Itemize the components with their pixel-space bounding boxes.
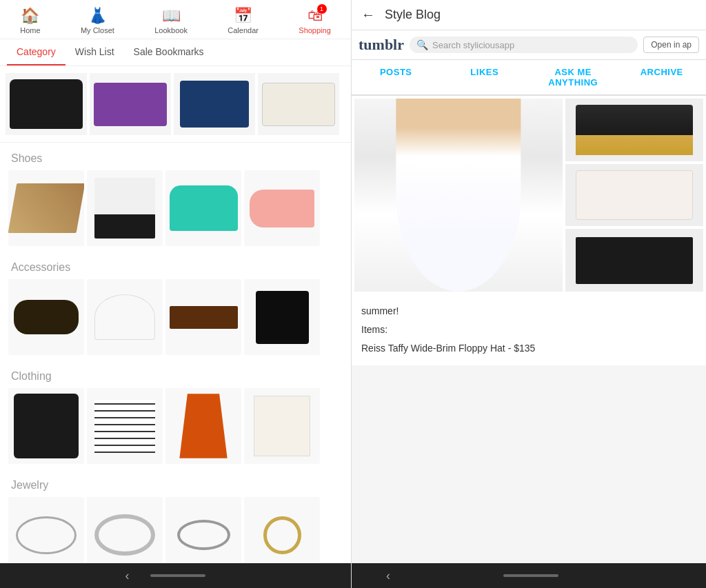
nav-lookbook[interactable]: 📖 Lookbook (149, 6, 193, 36)
nav-closet-label: My Closet (81, 26, 114, 34)
model-white-dress-image (354, 99, 563, 292)
page-title: Style Blog (385, 8, 441, 22)
tumblr-bar: tumblr 🔍 Search styliciousapp Open in ap (352, 30, 706, 60)
dress-image (177, 394, 230, 458)
jacket-image (14, 394, 79, 458)
sunglasses-card[interactable] (8, 279, 84, 355)
open-in-app-button[interactable]: Open in ap (643, 37, 699, 53)
shoes-section: Shoes (0, 143, 351, 252)
shoe-heel-card[interactable] (87, 170, 163, 246)
tab-posts[interactable]: POSTS (352, 60, 441, 94)
tumblr-tabs: POSTS LIKES ASK ME ANYTHING ARCHIVE (352, 60, 706, 96)
nav-lookbook-label: Lookbook (154, 26, 188, 34)
shopping-icon: 🛍 (307, 7, 323, 25)
tab-ask[interactable]: ASK ME ANYTHING (529, 60, 618, 94)
closet-icon: 👗 (88, 7, 107, 25)
left-panel: 🏠 Home 👗 My Closet 📖 Lookbook 📅 Calendar… (0, 0, 352, 588)
bag-blue-image (180, 81, 249, 128)
bag-purple-item[interactable] (90, 73, 171, 135)
flat-image (250, 190, 314, 227)
gloves-card[interactable] (244, 279, 320, 355)
hat-blog-shape (576, 105, 693, 155)
shoes-grid (6, 170, 345, 252)
accessories-title: Accessories (6, 252, 345, 279)
tab-likes[interactable]: LIKES (441, 60, 530, 94)
blog-caption-line3: Reiss Taffy Wide-Brim Floppy Hat - $135 (361, 341, 696, 356)
style-blog-header: ← Style Blog (352, 0, 706, 30)
necklace2-card[interactable] (87, 497, 163, 563)
jewelry-title: Jewelry (6, 469, 345, 497)
bracelet-image (177, 520, 230, 550)
sneaker-image (170, 185, 238, 231)
category-tabs: Category Wish List Sale Bookmarks (0, 39, 351, 66)
dress-card[interactable] (165, 388, 241, 464)
necklace2-image (94, 514, 155, 556)
model-image (354, 99, 563, 292)
calendar-icon: 📅 (234, 7, 252, 25)
ring-image (263, 516, 301, 554)
bottom-back-right[interactable]: ‹ (365, 569, 411, 583)
sandal-image (8, 183, 84, 233)
jewelry-section: Jewelry (0, 469, 351, 563)
sunglasses-image (14, 300, 79, 334)
blog-caption: summer! Items: Reiss Taffy Wide-Brim Flo… (352, 294, 706, 365)
belt-image (170, 306, 238, 329)
tab-category[interactable]: Category (7, 39, 65, 65)
right-panel: ← Style Blog tumblr 🔍 Search styliciousa… (352, 0, 706, 588)
tumblr-search-box[interactable]: 🔍 Search styliciousapp (410, 37, 638, 53)
shoe-sandal-card[interactable] (8, 170, 84, 246)
blog-caption-line1: summer! (361, 304, 696, 318)
ring-card[interactable] (244, 497, 320, 563)
clothing-title: Clothing (6, 361, 345, 388)
lookbook-icon: 📖 (162, 7, 181, 25)
bag-blog-image (565, 164, 703, 227)
top-image (254, 396, 311, 456)
hat-blog-image (565, 99, 703, 161)
search-placeholder-text: Search styliciousapp (432, 40, 514, 50)
tab-sale[interactable]: Sale Bookmarks (124, 39, 214, 65)
sandals-blog-image (565, 229, 703, 292)
jewelry-grid (6, 497, 345, 563)
bottom-bar-right: ‹ (352, 563, 706, 588)
tab-wishlist[interactable]: Wish List (65, 39, 124, 65)
collage-right-column (565, 99, 703, 292)
tumblr-logo: tumblr (359, 36, 404, 54)
bag-cream-image (262, 83, 335, 126)
bag-purple-image (94, 83, 167, 126)
blog-content[interactable]: summer! Items: Reiss Taffy Wide-Brim Flo… (352, 96, 706, 563)
shoe-sneaker-card[interactable] (165, 170, 241, 246)
gloves-image (256, 291, 309, 344)
top-navigation: 🏠 Home 👗 My Closet 📖 Lookbook 📅 Calendar… (0, 0, 351, 39)
bags-row (0, 66, 351, 143)
bracelet-card[interactable] (165, 497, 241, 563)
necklace1-image (16, 516, 77, 554)
bag-blog-shape (576, 170, 693, 221)
jacket-card[interactable] (8, 388, 84, 464)
product-scroll[interactable]: Shoes Accessories (0, 66, 351, 563)
hat-card[interactable] (87, 279, 163, 355)
nav-shopping[interactable]: 🛍 Shopping (293, 6, 336, 36)
belt-card[interactable] (165, 279, 241, 355)
bag-black-item[interactable] (6, 73, 87, 135)
shoe-flat-card[interactable] (244, 170, 320, 246)
nav-my-closet[interactable]: 👗 My Closet (75, 6, 120, 36)
sandals-blog-shape (576, 237, 693, 284)
blog-caption-line2: Items: (361, 323, 696, 337)
nav-indicator-left (150, 574, 205, 577)
clothing-grid (6, 388, 345, 469)
bottom-back-left[interactable]: ‹ (105, 569, 150, 583)
necklace1-card[interactable] (8, 497, 84, 563)
heel-image (94, 178, 155, 239)
bag-black-image (10, 79, 83, 129)
home-icon: 🏠 (21, 7, 39, 25)
accessories-grid (6, 279, 345, 361)
top-card[interactable] (244, 388, 320, 464)
bag-cream-item[interactable] (258, 73, 339, 135)
tab-archive[interactable]: ARCHIVE (618, 60, 707, 94)
nav-home-label: Home (20, 26, 40, 34)
nav-home[interactable]: 🏠 Home (14, 6, 46, 36)
skirt-card[interactable] (87, 388, 163, 464)
back-button[interactable]: ← (361, 7, 375, 23)
bag-blue-item[interactable] (174, 73, 255, 135)
nav-calendar[interactable]: 📅 Calendar (222, 6, 264, 36)
